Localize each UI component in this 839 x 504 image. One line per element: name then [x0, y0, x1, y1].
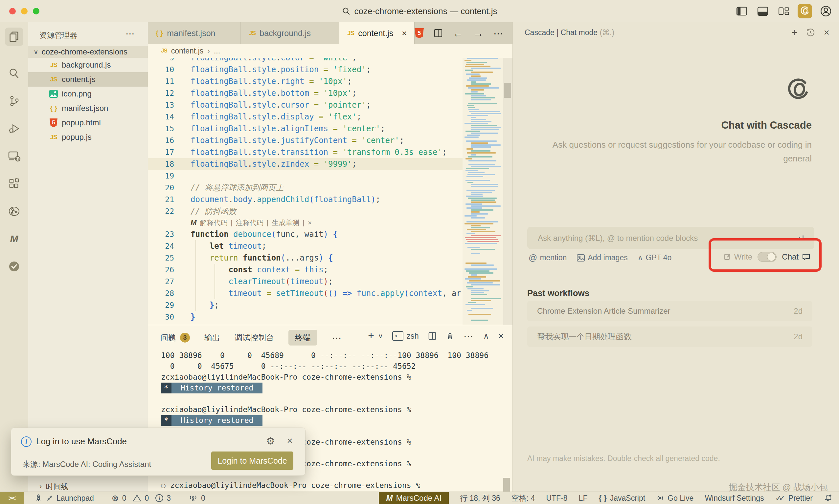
customize-layout-icon[interactable]	[776, 4, 791, 18]
panel-tab-debug-console[interactable]: 调试控制台	[235, 332, 274, 343]
panel-more-actions-icon[interactable]: ⋯	[463, 330, 474, 342]
codelens-close-icon[interactable]: ×	[308, 217, 312, 228]
close-notification-icon[interactable]: ×	[287, 435, 293, 446]
new-chat-icon[interactable]: +	[791, 27, 798, 38]
close-cascade-icon[interactable]: ×	[824, 27, 829, 38]
code-line-19[interactable]: 19	[148, 170, 463, 182]
code-line-12[interactable]: 12floatingBall.style.bottom = '10px';	[148, 87, 463, 99]
code-line-13[interactable]: 13floatingBall.style.cursor = 'pointer';	[148, 99, 463, 111]
window-title-area[interactable]: coze-chrome-extensions — content.js	[0, 0, 839, 22]
navigate-back-icon[interactable]: ←	[453, 27, 463, 39]
gear-icon[interactable]: ⚙	[266, 435, 275, 447]
html-preview-icon[interactable]: 5	[415, 28, 424, 38]
windsurf-settings-button[interactable]: Windsurf Settings	[705, 494, 764, 503]
code-line-20[interactable]: 20// 将悬浮球添加到网页上	[148, 182, 463, 194]
code-editor[interactable]: 9floatingBall.style.color = 'white';10fl…	[148, 58, 463, 325]
code-line-27[interactable]: 27 clearTimeout(timeout);	[148, 276, 463, 287]
code-line-14[interactable]: 14floatingBall.style.display = 'flex';	[148, 111, 463, 123]
code-line-26[interactable]: 26 const context = this;	[148, 264, 463, 276]
panel-tab-problems[interactable]: 问题 3	[160, 332, 190, 343]
panel-tab-output[interactable]: 输出	[204, 332, 220, 343]
explorer-icon[interactable]	[5, 28, 23, 46]
code-line-25[interactable]: 25 return function(...args) {	[148, 252, 463, 264]
minimap[interactable]	[463, 58, 503, 325]
codelens-unittest[interactable]: 生成单测	[272, 217, 299, 228]
login-marscode-button[interactable]: Login to MarsCode	[211, 451, 293, 470]
close-panel-icon[interactable]: ×	[498, 330, 504, 342]
file-row-popup-html[interactable]: 5 popup.html	[28, 115, 148, 130]
source-control-icon[interactable]	[5, 92, 23, 110]
panel-more-tabs-icon[interactable]: ⋯	[332, 332, 342, 344]
remote-indicator[interactable]: ><	[0, 492, 24, 504]
code-line-9[interactable]: 9floatingBall.style.color = 'white';	[148, 58, 463, 64]
indentation-setting[interactable]: 空格: 4	[512, 493, 535, 503]
windsurf-cascade-icon[interactable]	[798, 4, 812, 18]
explorer-more-icon[interactable]: ⋯	[125, 28, 135, 39]
tab-background-js[interactable]: JS background.js	[241, 22, 339, 44]
go-live-button[interactable]: Go Live	[656, 494, 694, 503]
marscode-icon[interactable]: M	[5, 230, 23, 248]
launchpad-button[interactable]: Launchpad	[34, 494, 94, 503]
code-line-24[interactable]: 24 let timeout;	[148, 240, 463, 252]
file-row-background-js[interactable]: JS background.js	[28, 58, 148, 72]
code-line-18[interactable]: 18floatingBall.style.zIndex = '9999';	[148, 158, 463, 170]
run-debug-icon[interactable]	[5, 120, 23, 138]
workflow-item[interactable]: Chrome Extension Article Summarizer 2d	[527, 301, 812, 321]
prettier-button[interactable]: ✓✓ Prettier	[775, 493, 813, 503]
codelens-comment[interactable]: 注释代码	[236, 217, 263, 228]
code-line-11[interactable]: 11floatingBall.style.right = '10px';	[148, 75, 463, 87]
model-selector[interactable]: ∧ GPT 4o	[638, 253, 672, 262]
check-badge-icon[interactable]	[5, 257, 23, 276]
tab-content-js[interactable]: JS content.js ×	[339, 22, 415, 44]
language-mode[interactable]: { } JavaScript	[599, 494, 645, 503]
workflow-item[interactable]: 帮我实现一个日期处理函数 2d	[527, 326, 812, 347]
terminal-scrollbar-thumb[interactable]	[503, 478, 510, 491]
marscode-status-button[interactable]: M MarsCode AI	[379, 492, 449, 504]
navigate-forward-icon[interactable]: →	[473, 27, 483, 39]
extensions-icon[interactable]	[5, 175, 23, 193]
eol-setting[interactable]: LF	[579, 494, 588, 503]
code-line-16[interactable]: 16floatingBall.style.justifyContent = 'c…	[148, 134, 463, 146]
codelens-explain[interactable]: 解释代码	[200, 217, 227, 228]
terminal-shell-selector[interactable]: >_ zsh	[392, 331, 419, 341]
maximize-panel-icon[interactable]: ∧	[483, 331, 489, 341]
code-line-17[interactable]: 17floatingBall.style.transition = 'trans…	[148, 146, 463, 158]
add-images-button[interactable]: Add images	[577, 253, 628, 262]
toggle-sidebar-icon[interactable]	[735, 4, 749, 18]
encoding-setting[interactable]: UTF-8	[546, 494, 567, 503]
code-line-15[interactable]: 15floatingBall.style.alignItems = 'cente…	[148, 123, 463, 134]
editor-scrollbar-thumb[interactable]	[504, 83, 511, 98]
references-icon[interactable]	[5, 202, 23, 220]
account-icon[interactable]	[819, 4, 833, 18]
close-tab-icon[interactable]: ×	[402, 28, 407, 38]
panel-tab-terminal[interactable]: 终端	[288, 330, 317, 345]
editor-more-icon[interactable]: ⋯	[493, 28, 504, 39]
file-row-manifest-json[interactable]: { } manifest.json	[28, 101, 148, 115]
split-terminal-icon[interactable]	[428, 332, 436, 340]
explorer-root-folder[interactable]: ∨ coze-chrome-extensions	[28, 46, 148, 58]
notifications-bell-icon[interactable]	[824, 494, 833, 502]
kill-terminal-icon[interactable]	[446, 332, 454, 340]
terminal-dropdown-icon[interactable]: ∨	[378, 332, 383, 340]
search-sidebar-icon[interactable]	[5, 64, 23, 83]
cursor-position[interactable]: 行 18, 列 36	[460, 493, 500, 503]
new-terminal-icon[interactable]: +	[368, 330, 374, 342]
file-row-icon-png[interactable]: icon.png	[28, 87, 148, 101]
mention-button[interactable]: @ mention	[529, 253, 567, 263]
ports-status[interactable]: 0	[189, 494, 205, 503]
code-line-30[interactable]: 30}	[148, 311, 463, 323]
file-row-content-js[interactable]: JS content.js	[28, 72, 148, 87]
split-editor-icon[interactable]	[434, 29, 443, 38]
problems-status[interactable]: ⊗ 0 0 i 3	[112, 493, 171, 503]
timeline-section[interactable]: › 时间线	[28, 481, 148, 492]
tab-manifest-json[interactable]: { } manifest.json	[148, 22, 241, 44]
toggle-panel-icon[interactable]	[756, 4, 770, 18]
code-line-22[interactable]: 22// 防抖函数	[148, 205, 463, 217]
code-line-28[interactable]: 28 timeout = setTimeout(() => func.apply…	[148, 287, 463, 299]
code-line-23[interactable]: 23function debounce(func, wait) {	[148, 228, 463, 240]
file-row-popup-js[interactable]: JS popup.js	[28, 130, 148, 144]
breadcrumb[interactable]: JS content.js › ...	[148, 44, 512, 58]
history-icon[interactable]	[806, 28, 815, 37]
code-line-29[interactable]: 29 };	[148, 299, 463, 311]
code-line-21[interactable]: 21document.body.appendChild(floatingBall…	[148, 194, 463, 205]
